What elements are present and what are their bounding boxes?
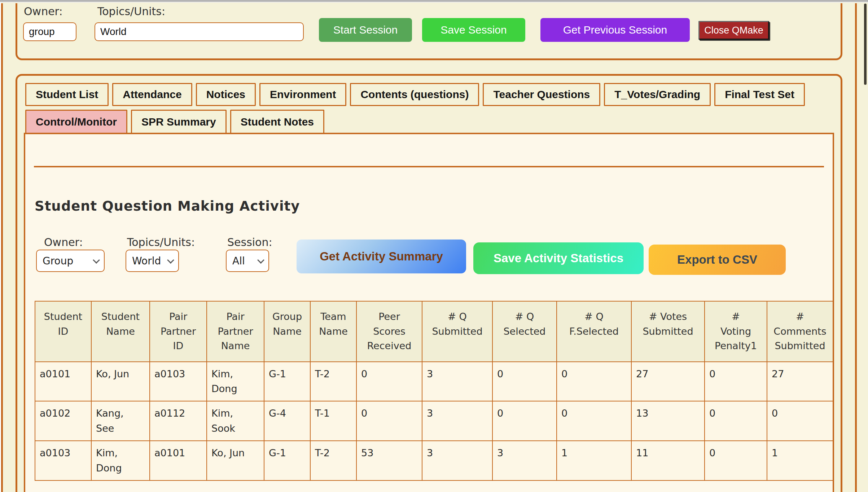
table-header-cell: Student ID [35, 301, 91, 362]
topics-select-wrap: World [126, 250, 179, 272]
save-activity-statistics-button[interactable]: Save Activity Statistics [473, 242, 644, 274]
cell-peer-scores-received: 0 [356, 401, 422, 441]
table-header-cell: # Q Selected [492, 301, 557, 362]
cell-team-name: T-1 [310, 401, 356, 441]
tab[interactable]: Notices [196, 83, 256, 106]
get-activity-summary-button[interactable]: Get Activity Summary [297, 240, 466, 273]
tab[interactable]: Control/Monitor [25, 110, 127, 134]
topics-units-label: Topics/Units: [97, 5, 165, 18]
cell-voting-penalty1: 0 [705, 362, 767, 401]
window-left-edge [0, 0, 1, 492]
table-header-row: Student IDStudent NamePair Partner IDPai… [35, 301, 833, 362]
app-window: Owner: Topics/Units: Start Session Save … [0, 0, 868, 492]
session-select-label: Session: [227, 236, 272, 249]
cell-team-name: T-2 [310, 441, 356, 480]
tab[interactable]: Student Notes [230, 110, 324, 134]
cell-q-selected: 0 [492, 401, 557, 441]
cell-student-id: a0103 [35, 441, 91, 480]
owner-select[interactable]: Group [36, 250, 105, 272]
owner-label: Owner: [24, 5, 63, 18]
table-header-cell: Pair Partner ID [150, 301, 207, 362]
cell-q-fselected: 1 [557, 441, 631, 480]
cell-q-submitted: 3 [422, 401, 492, 441]
vertical-scrollbar-thumb[interactable] [864, 4, 867, 85]
close-qmake-button[interactable]: Close QMake [698, 21, 769, 40]
table-row: a0103 Kim, Dong a0101 Ko, Jun G-1 T-2 53… [35, 441, 833, 480]
cell-group-name: G-1 [264, 362, 310, 401]
control-monitor-panel: Student Question Making Activity Owner: … [24, 133, 834, 492]
start-session-button[interactable]: Start Session [319, 18, 412, 42]
cell-votes-submitted: 13 [631, 401, 705, 441]
tabs-container: Student ListAttendanceNoticesEnvironment… [16, 74, 842, 492]
cell-q-selected: 3 [492, 441, 557, 480]
cell-votes-submitted: 11 [631, 441, 705, 480]
tab[interactable]: Final Test Set [714, 83, 805, 106]
activity-table: Student IDStudent NamePair Partner IDPai… [35, 301, 833, 481]
tab[interactable]: Teacher Questions [483, 83, 600, 106]
cell-pair-partner-name: Kim, Sook [207, 401, 264, 441]
cell-comments-submitted: 27 [767, 362, 833, 401]
session-select-wrap: All [226, 250, 269, 272]
divider-rule [34, 166, 824, 167]
cell-group-name: G-4 [264, 401, 310, 441]
table-header-cell: Student Name [91, 301, 150, 362]
cell-student-name: Kang, See [91, 401, 150, 441]
table-row: a0101 Ko, Jun a0103 Kim, Dong G-1 T-2 0 … [35, 362, 833, 401]
get-previous-session-button[interactable]: Get Previous Session [540, 18, 690, 42]
tab[interactable]: SPR Summary [131, 110, 227, 134]
table-header-cell: Team Name [310, 301, 356, 362]
page-container: Owner: Topics/Units: Start Session Save … [1, 3, 857, 492]
horizontal-scrollbar-track[interactable] [0, 0, 868, 3]
table-header-cell: # Comments Submitted [767, 301, 833, 362]
cell-comments-submitted: 0 [767, 401, 833, 441]
cell-peer-scores-received: 0 [356, 362, 422, 401]
table-header-cell: Peer Scores Received [356, 301, 422, 362]
cell-group-name: G-1 [264, 441, 310, 480]
cell-student-name: Ko, Jun [91, 362, 150, 401]
table-header-cell: Pair Partner Name [207, 301, 264, 362]
tab-row-1: Student ListAttendanceNoticesEnvironment… [17, 76, 841, 106]
save-session-button[interactable]: Save Session [422, 18, 525, 42]
session-bar: Owner: Topics/Units: Start Session Save … [16, 3, 842, 60]
cell-q-submitted: 3 [422, 362, 492, 401]
cell-q-selected: 0 [492, 362, 557, 401]
owner-input[interactable] [23, 22, 76, 41]
tab[interactable]: T_Votes/Grading [604, 83, 711, 106]
topics-select-label: Topics/Units: [127, 236, 195, 249]
cell-peer-scores-received: 53 [356, 441, 422, 480]
cell-pair-partner-name: Kim, Dong [207, 362, 264, 401]
tab[interactable]: Contents (questions) [350, 83, 479, 106]
cell-voting-penalty1: 0 [705, 441, 767, 480]
tab[interactable]: Environment [259, 83, 346, 106]
cell-q-fselected: 0 [557, 401, 631, 441]
cell-pair-partner-name: Ko, Jun [207, 441, 264, 480]
table-header-cell: Group Name [264, 301, 310, 362]
cell-pair-partner-id: a0103 [150, 362, 207, 401]
tab-row-2: Control/MonitorSPR SummaryStudent Notes [17, 110, 841, 134]
table-header-cell: # Q Submitted [422, 301, 492, 362]
cell-voting-penalty1: 0 [705, 401, 767, 441]
table-row: a0102 Kang, See a0112 Kim, Sook G-4 T-1 … [35, 401, 833, 441]
tab[interactable]: Student List [25, 83, 109, 106]
cell-pair-partner-id: a0112 [150, 401, 207, 441]
cell-team-name: T-2 [310, 362, 356, 401]
table-header-cell: # Voting Penalty1 [705, 301, 767, 362]
cell-student-name: Kim, Dong [91, 441, 150, 480]
tab[interactable]: Attendance [112, 83, 192, 106]
cell-q-submitted: 3 [422, 441, 492, 480]
cell-student-id: a0102 [35, 401, 91, 441]
cell-q-fselected: 0 [557, 362, 631, 401]
session-select[interactable]: All [226, 250, 269, 272]
owner-select-wrap: Group [36, 250, 105, 272]
cell-comments-submitted: 1 [767, 441, 833, 480]
topics-select[interactable]: World [126, 250, 179, 272]
owner-select-label: Owner: [44, 236, 83, 249]
table-header-cell: # Votes Submitted [631, 301, 705, 362]
panel-title: Student Question Making Activity [35, 198, 300, 214]
topics-units-input[interactable] [95, 22, 304, 41]
cell-student-id: a0101 [35, 362, 91, 401]
table-header-cell: # Q F.Selected [557, 301, 631, 362]
cell-votes-submitted: 27 [631, 362, 705, 401]
cell-pair-partner-id: a0101 [150, 441, 207, 480]
export-to-csv-button[interactable]: Export to CSV [649, 245, 786, 275]
